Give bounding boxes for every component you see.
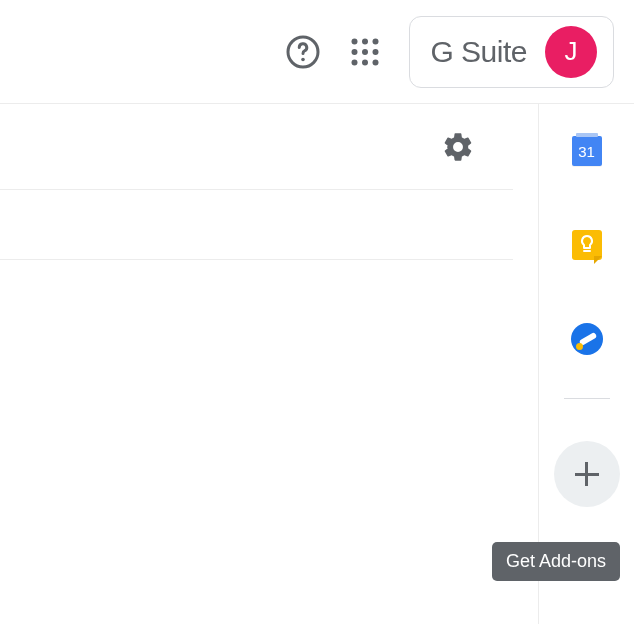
apps-grid-icon[interactable] [347,34,383,70]
side-panel: 31 Get Add-ons [538,104,634,624]
body: 31 Get Add-ons [0,104,634,624]
list-row [0,190,513,260]
gsuite-account-chip[interactable]: G Suite J [409,16,614,88]
svg-point-3 [362,38,368,44]
main-content [0,104,513,624]
svg-point-8 [352,59,358,65]
tasks-sidepanel-icon[interactable] [570,322,604,356]
get-addons-tooltip: Get Add-ons [492,542,620,581]
svg-point-5 [352,49,358,55]
svg-point-7 [373,49,379,55]
keep-sidepanel-icon[interactable] [570,228,604,262]
header-bar: G Suite J [0,0,634,104]
avatar-initial: J [565,36,578,67]
svg-point-4 [373,38,379,44]
account-avatar[interactable]: J [545,26,597,78]
svg-point-10 [373,59,379,65]
calendar-day-number: 31 [578,143,595,160]
svg-point-9 [362,59,368,65]
toolbar-row [0,104,513,190]
gsuite-label: G Suite [430,35,527,69]
svg-point-1 [302,57,306,61]
calendar-sidepanel-icon[interactable]: 31 [570,134,604,168]
svg-point-2 [352,38,358,44]
svg-point-6 [362,49,368,55]
sidepanel-divider [564,398,610,399]
help-icon[interactable] [285,34,321,70]
settings-gear-icon[interactable] [441,130,475,164]
get-addons-button[interactable] [554,441,620,507]
